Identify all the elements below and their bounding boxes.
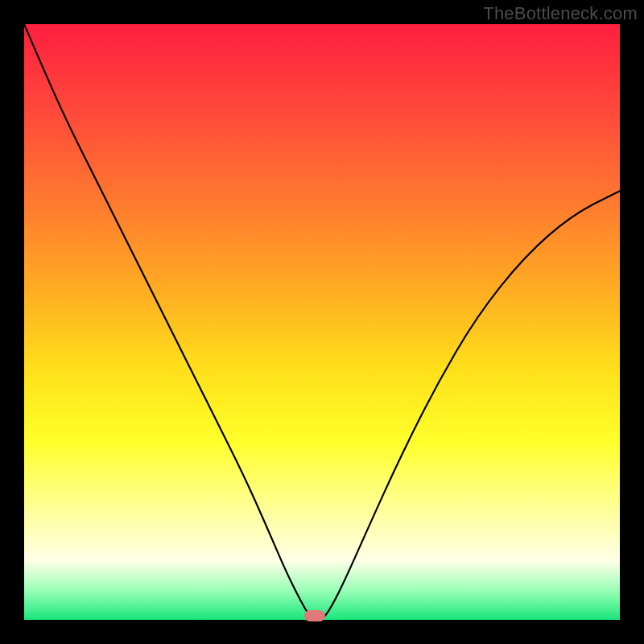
watermark-text: TheBottleneck.com [483,3,638,24]
bottleneck-curve [24,24,620,620]
optimum-marker [304,610,325,621]
plot-area [24,24,620,620]
curve-path [24,24,620,620]
chart-frame: TheBottleneck.com [0,0,644,644]
